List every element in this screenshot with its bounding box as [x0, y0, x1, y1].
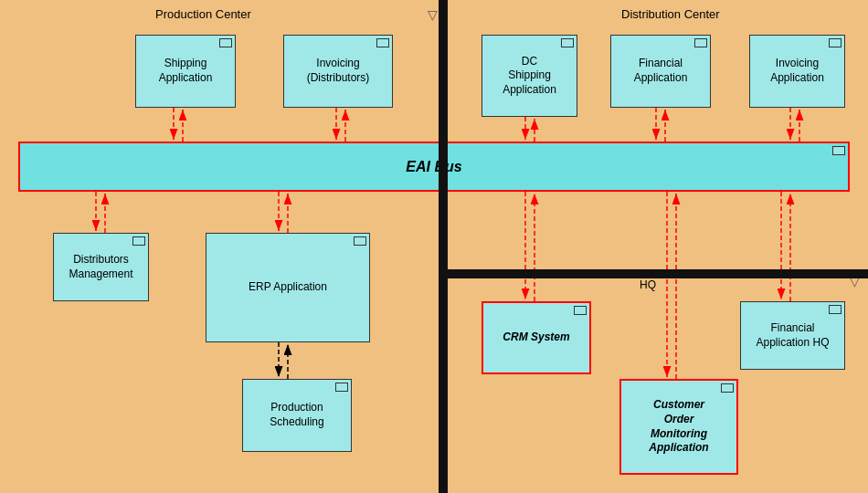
- hq-label: HQ: [640, 278, 656, 291]
- vertical-divider: [439, 0, 448, 493]
- eai-bus-corner: [832, 146, 845, 155]
- invoicing-app-box: InvoicingApplication: [749, 35, 845, 108]
- financial-app-label: FinancialApplication: [634, 57, 688, 85]
- customer-order-corner: [721, 383, 734, 393]
- inv-app-corner: [829, 38, 842, 47]
- production-center-label: Production Center: [155, 7, 251, 21]
- distributors-mgmt-box: DistributorsManagement: [53, 233, 149, 301]
- financial-hq-label: FinancialApplication HQ: [756, 321, 829, 350]
- customer-order-label: CustomerOrderMonitoringApplication: [649, 398, 708, 455]
- production-scheduling-box: ProductionScheduling: [242, 379, 352, 452]
- crm-corner: [574, 306, 587, 315]
- pin-icon-top: ▽: [428, 7, 438, 22]
- distributors-mgmt-label: DistributorsManagement: [69, 253, 132, 281]
- dc-shipping-corner: [561, 38, 574, 47]
- shipping-corner: [219, 38, 232, 47]
- distribution-center-label: Distribution Center: [621, 7, 720, 21]
- shipping-app-box: ShippingApplication: [135, 35, 236, 108]
- fin-app-corner: [694, 38, 707, 47]
- eai-bus-box: EAI Bus: [18, 142, 850, 192]
- financial-app-box: FinancialApplication: [610, 35, 711, 108]
- invoicing-app-label: InvoicingApplication: [770, 57, 824, 85]
- fin-hq-corner: [829, 305, 842, 314]
- prod-sched-corner: [335, 383, 348, 392]
- invoicing-distributors-label: Invoicing(Distributors): [307, 57, 370, 85]
- crm-system-label: CRM System: [503, 330, 569, 345]
- erp-app-box: ERP Application: [206, 233, 370, 342]
- production-scheduling-label: ProductionScheduling: [270, 401, 323, 429]
- invoicing-dist-corner: [376, 38, 389, 47]
- eai-bus-label: EAI Bus: [406, 159, 461, 175]
- dc-shipping-box: DCShippingApplication: [482, 35, 577, 117]
- crm-system-box: CRM System: [482, 301, 591, 374]
- dc-shipping-label: DCShippingApplication: [503, 55, 556, 98]
- horizontal-divider: [439, 269, 868, 278]
- customer-order-box: CustomerOrderMonitoringApplication: [619, 379, 738, 475]
- shipping-app-label: ShippingApplication: [159, 57, 213, 85]
- erp-app-label: ERP Application: [249, 280, 327, 295]
- erp-corner: [354, 236, 366, 246]
- main-container: Production Center Distribution Center ▽ …: [0, 0, 868, 493]
- dist-mgmt-corner: [132, 236, 145, 246]
- financial-hq-box: FinancialApplication HQ: [740, 301, 845, 370]
- invoicing-distributors-box: Invoicing(Distributors): [283, 35, 393, 108]
